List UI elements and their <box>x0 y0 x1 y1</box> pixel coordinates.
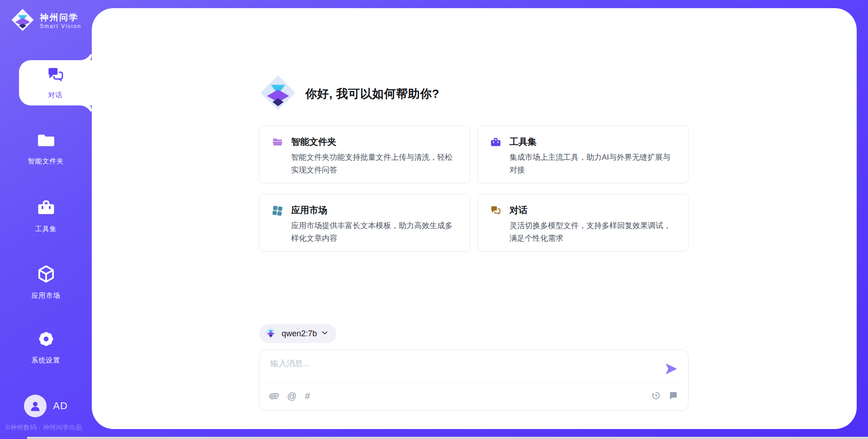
user-profile[interactable]: AD <box>0 395 92 417</box>
card-chat[interactable]: 对话 灵活切换多模型文件，支持多样回复效果调试，满足个性化需求 <box>477 194 689 252</box>
brand-name: 神州问学 <box>40 12 81 23</box>
sidebar: 神州问学 Smart Vision 对话 <box>0 0 92 439</box>
message-composer: @ # <box>259 349 689 411</box>
brand-diamond-icon <box>10 7 35 34</box>
grid-icon <box>272 205 283 218</box>
mention-at-icon[interactable]: @ <box>287 391 297 401</box>
chevron-down-icon <box>321 329 328 338</box>
composer-tools-right <box>651 391 678 401</box>
chat-bubble-icon[interactable] <box>668 391 678 401</box>
model-name: qwen2:7b <box>282 329 317 339</box>
model-diamond-icon <box>264 326 277 341</box>
message-input[interactable] <box>269 357 660 381</box>
app-window: 神州问学 Smart Vision 对话 <box>0 0 868 439</box>
brand-subtitle: Smart Vision <box>40 23 81 30</box>
gear-icon <box>37 329 56 350</box>
chat-bubbles-icon <box>47 66 65 86</box>
sidebar-item-label: 应用市场 <box>32 291 61 300</box>
sidebar-item-app-market[interactable]: 应用市场 <box>0 264 92 300</box>
card-toolset[interactable]: 工具集 集成市场上主流工具，助力AI与外界无缝扩展与对接 <box>477 125 689 183</box>
card-app-market[interactable]: 应用市场 应用市场提供丰富长文本模板，助力高效生成多样化文章内容 <box>259 194 470 252</box>
paperclip-icon[interactable] <box>269 391 279 401</box>
composer-divider <box>264 382 684 383</box>
card-description: 应用市场提供丰富长文本模板，助力高效生成多样化文章内容 <box>291 220 459 245</box>
sidebar-item-label: 对话 <box>48 91 63 100</box>
sidebar-item-smart-folder[interactable]: 智能文件夹 <box>0 131 92 166</box>
copyright-text: ©神州数码 · 神州问学出品 <box>5 424 82 432</box>
main-panel: 你好, 我可以如何帮助你? 智能文件夹 智能文件夹功能支持批量文件上传与清洗，轻… <box>92 8 857 429</box>
card-smart-folder[interactable]: 智能文件夹 智能文件夹功能支持批量文件上传与清洗，轻松实现文件问答 <box>259 125 470 183</box>
sidebar-item-settings[interactable]: 系统设置 <box>0 329 92 365</box>
send-button[interactable] <box>665 363 677 375</box>
avatar <box>24 395 47 417</box>
card-title: 应用市场 <box>291 204 327 216</box>
card-description: 智能文件夹功能支持批量文件上传与清洗，轻松实现文件问答 <box>291 151 459 177</box>
composer-tools-left: @ # <box>269 391 310 401</box>
brand-logo-block: 神州问学 Smart Vision <box>10 7 81 34</box>
card-title: 智能文件夹 <box>291 136 336 148</box>
toolbox-icon <box>37 198 56 219</box>
folder-icon <box>37 131 56 151</box>
brand-text: 神州问学 Smart Vision <box>40 12 81 30</box>
user-initials: AD <box>53 400 68 412</box>
card-description: 灵活切换多模型文件，支持多样回复效果调试，满足个性化需求 <box>509 220 678 245</box>
sidebar-item-label: 工具集 <box>35 225 57 234</box>
cube-icon <box>36 264 56 286</box>
sidebar-item-chat[interactable]: 对话 <box>19 60 92 105</box>
feature-cards: 智能文件夹 智能文件夹功能支持批量文件上传与清洗，轻松实现文件问答 工具集 集成… <box>259 125 689 252</box>
chat-bubbles-icon <box>490 205 501 218</box>
sidebar-item-label: 系统设置 <box>32 356 61 365</box>
sidebar-item-toolset[interactable]: 工具集 <box>0 198 92 234</box>
bottom-edge-strip <box>27 437 868 439</box>
card-title: 工具集 <box>509 136 537 148</box>
card-title: 对话 <box>509 204 528 216</box>
greeting-title: 你好, 我可以如何帮助你? <box>305 86 439 102</box>
history-icon[interactable] <box>651 391 661 401</box>
toolbox-icon <box>490 137 501 150</box>
sidebar-item-label: 智能文件夹 <box>28 157 64 166</box>
card-description: 集成市场上主流工具，助力AI与外界无缝扩展与对接 <box>509 151 678 177</box>
assistant-diamond-icon <box>259 74 297 114</box>
model-selector[interactable]: qwen2:7b <box>259 324 336 343</box>
greeting-row: 你好, 我可以如何帮助你? <box>259 74 439 114</box>
hashtag-icon[interactable]: # <box>305 391 310 401</box>
folder-open-icon <box>272 137 283 149</box>
